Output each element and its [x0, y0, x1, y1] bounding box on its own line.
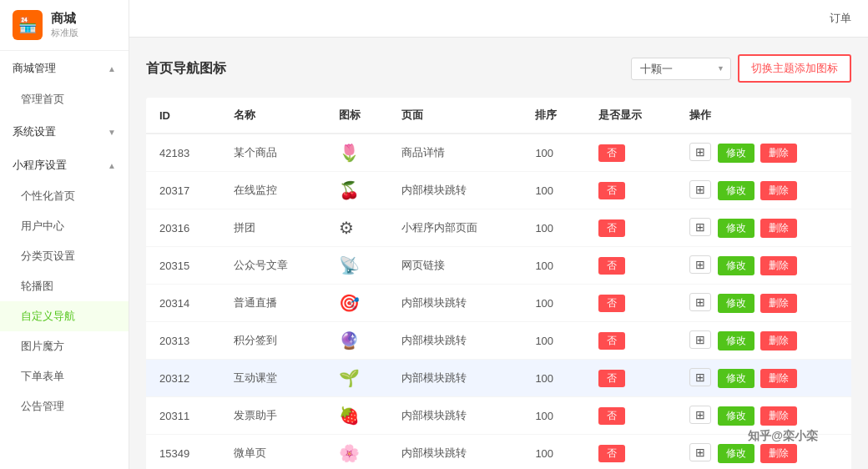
sidebar-group-system[interactable]: 系统设置 ▼: [0, 114, 129, 148]
cell-page: 内部模块跳转: [388, 172, 522, 209]
content: 首页导航图标 十颗一 十颗二 十颗三 切换主题添加图标 ID 名称: [129, 38, 868, 469]
qr-button[interactable]: ⊞: [689, 406, 711, 424]
cell-id: 20311: [146, 397, 220, 435]
delete-button[interactable]: 删除: [760, 406, 797, 426]
col-name: 名称: [220, 98, 326, 134]
cell-name: 发票助手: [220, 397, 326, 435]
page-title: 首页导航图标: [146, 60, 226, 78]
sidebar-item-order-form[interactable]: 下单表单: [0, 361, 129, 391]
visible-badge: 否: [598, 370, 625, 387]
cell-visible: 否: [585, 322, 676, 360]
sidebar-group-store[interactable]: 商城管理 ▲: [0, 51, 129, 84]
table-row: 42183 某个商品 🌷 商品详情 100 否 ⊞ 修改 删除: [146, 134, 851, 172]
data-table-container: ID 名称 图标 页面 排序 是否显示 操作 42183 某个商品 🌷 商品详情…: [146, 98, 851, 469]
delete-button[interactable]: 删除: [760, 219, 797, 238]
col-page: 页面: [388, 98, 522, 134]
cell-id: 15349: [146, 435, 220, 470]
edit-button[interactable]: 修改: [718, 294, 754, 313]
cell-name: 拼团: [220, 209, 326, 247]
cell-visible: 否: [585, 209, 676, 247]
cell-id: 20315: [146, 247, 220, 285]
cell-icon: 🔮: [326, 322, 388, 360]
table-row: 20313 积分签到 🔮 内部模块跳转 100 否 ⊞ 修改 删除: [146, 322, 851, 360]
table-row: 20317 在线监控 🍒 内部模块跳转 100 否 ⊞ 修改 删除: [146, 172, 851, 209]
edit-button[interactable]: 修改: [718, 219, 754, 238]
cell-icon: 📡: [326, 247, 388, 285]
cell-page: 商品详情: [388, 134, 522, 172]
qr-button[interactable]: ⊞: [689, 180, 711, 199]
cell-icon: 🍒: [326, 172, 388, 209]
qr-button[interactable]: ⊞: [689, 330, 711, 349]
cell-id: 20314: [146, 285, 220, 322]
delete-button[interactable]: 删除: [760, 294, 797, 313]
sidebar-item-manage-home[interactable]: 管理首页: [0, 84, 129, 114]
sidebar-item-personalized-home[interactable]: 个性化首页: [0, 181, 129, 211]
sidebar-item-category[interactable]: 分类页设置: [0, 241, 129, 271]
edit-button[interactable]: 修改: [718, 444, 754, 463]
visible-badge: 否: [598, 407, 625, 425]
edit-button[interactable]: 修改: [718, 369, 754, 388]
cell-sort: 100: [522, 285, 584, 322]
cell-visible: 否: [585, 247, 676, 285]
table-header-row: ID 名称 图标 页面 排序 是否显示 操作: [146, 98, 851, 134]
edit-button[interactable]: 修改: [718, 144, 754, 163]
delete-button[interactable]: 删除: [760, 256, 797, 275]
logo-title: 商城: [51, 11, 78, 27]
cell-page: 内部模块跳转: [388, 322, 522, 360]
add-icon-button[interactable]: 切换主题添加图标: [738, 54, 851, 83]
theme-select[interactable]: 十颗一 十颗二 十颗三: [631, 58, 731, 80]
qr-button[interactable]: ⊞: [689, 293, 711, 311]
edit-button[interactable]: 修改: [718, 331, 754, 350]
table-row: 20316 拼团 ⚙ 小程序内部页面 100 否 ⊞ 修改 删除: [146, 209, 851, 247]
col-id: ID: [146, 98, 220, 134]
visible-badge: 否: [598, 144, 625, 162]
sidebar-item-carousel[interactable]: 轮播图: [0, 271, 129, 301]
delete-button[interactable]: 删除: [760, 144, 797, 163]
cell-icon: 🌱: [326, 360, 388, 397]
sidebar-item-custom-nav[interactable]: 自定义导航: [0, 301, 129, 331]
cell-name: 普通直播: [220, 285, 326, 322]
cell-page: 网页链接: [388, 247, 522, 285]
cell-page: 内部模块跳转: [388, 397, 522, 435]
qr-button[interactable]: ⊞: [689, 368, 711, 386]
qr-button[interactable]: ⊞: [689, 218, 711, 236]
cell-action: ⊞ 修改 删除: [676, 172, 851, 209]
col-action: 操作: [676, 98, 851, 134]
cell-action: ⊞ 修改 删除: [676, 285, 851, 322]
cell-action: ⊞ 修改 删除: [676, 435, 851, 470]
delete-button[interactable]: 删除: [760, 444, 797, 463]
cell-visible: 否: [585, 172, 676, 209]
edit-button[interactable]: 修改: [718, 181, 754, 200]
cell-sort: 100: [522, 322, 584, 360]
chevron-down-icon: ▼: [108, 128, 116, 137]
cell-page: 小程序内部页面: [388, 209, 522, 247]
cell-name: 互动课堂: [220, 360, 326, 397]
cell-icon: 🌷: [326, 134, 388, 172]
edit-button[interactable]: 修改: [718, 406, 754, 426]
cell-action: ⊞ 修改 删除: [676, 360, 851, 397]
sidebar-group-system-label: 系统设置: [13, 124, 56, 139]
sidebar-item-announcement[interactable]: 公告管理: [0, 391, 129, 421]
qr-button[interactable]: ⊞: [689, 143, 711, 161]
sidebar-item-photo-magic[interactable]: 图片魔方: [0, 331, 129, 361]
sidebar-item-user-center[interactable]: 用户中心: [0, 211, 129, 241]
delete-button[interactable]: 删除: [760, 181, 797, 200]
logo-icon: 🏪: [13, 10, 43, 40]
logo-emoji: 🏪: [18, 16, 37, 34]
cell-icon: 🎯: [326, 285, 388, 322]
cell-icon: 🍓: [326, 397, 388, 435]
delete-button[interactable]: 删除: [760, 369, 797, 388]
cell-visible: 否: [585, 134, 676, 172]
delete-button[interactable]: 删除: [760, 331, 797, 350]
qr-button[interactable]: ⊞: [689, 443, 711, 461]
edit-button[interactable]: 修改: [718, 256, 754, 275]
main-area: 订单 首页导航图标 十颗一 十颗二 十颗三 切换主题添加图标: [129, 0, 868, 469]
visible-badge: 否: [598, 219, 625, 237]
sidebar-group-miniapp[interactable]: 小程序设置 ▲: [0, 148, 129, 181]
sidebar-group-miniapp-label: 小程序设置: [13, 158, 67, 173]
table-row: 20312 互动课堂 🌱 内部模块跳转 100 否 ⊞ 修改 删除: [146, 360, 851, 397]
qr-button[interactable]: ⊞: [689, 255, 711, 274]
cell-id: 20316: [146, 209, 220, 247]
page-header: 首页导航图标 十颗一 十颗二 十颗三 切换主题添加图标: [146, 54, 851, 83]
cell-action: ⊞ 修改 删除: [676, 322, 851, 360]
